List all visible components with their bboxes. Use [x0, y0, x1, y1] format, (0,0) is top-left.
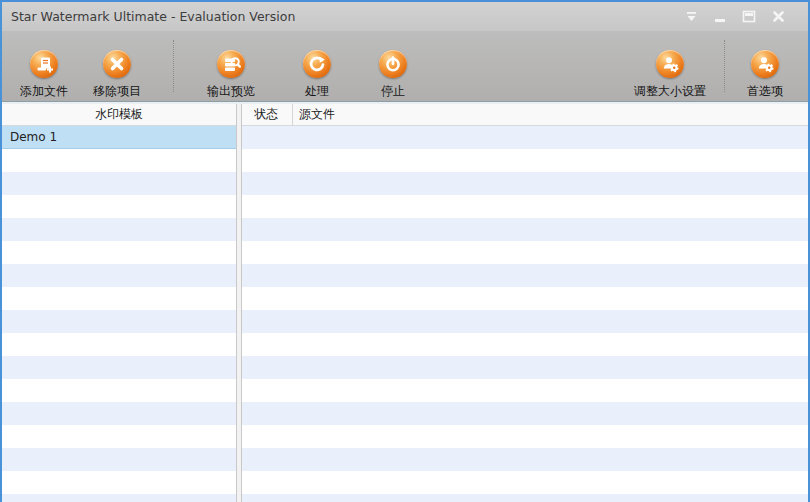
list-empty-row [242, 195, 808, 218]
resize-settings-button[interactable]: 调整大小设置 [626, 31, 714, 101]
column-header-source-file[interactable]: 源文件 [293, 104, 808, 126]
list-empty-row [242, 241, 808, 264]
preview-magnifier-icon [217, 50, 245, 78]
list-empty-row [2, 287, 236, 310]
list-empty-row [242, 402, 808, 425]
list-empty-row [2, 264, 236, 287]
output-preview-button[interactable]: 输出预览 [193, 31, 269, 101]
add-file-icon [30, 50, 58, 78]
window-title: Star Watermark Ultimate - Evaluation Ver… [2, 9, 295, 24]
list-empty-row [242, 264, 808, 287]
list-empty-row [242, 333, 808, 356]
source-files-list [242, 126, 808, 502]
list-empty-row [2, 149, 236, 172]
add-files-label: 添加文件 [20, 83, 68, 100]
remove-items-label: 移除项目 [93, 83, 141, 100]
toolbar-separator [173, 40, 174, 92]
title-bar: Star Watermark Ultimate - Evaluation Ver… [2, 2, 808, 31]
list-empty-row [242, 218, 808, 241]
list-empty-row [2, 333, 236, 356]
list-empty-row [242, 379, 808, 402]
list-empty-row [242, 310, 808, 333]
source-files-panel: 状态 源文件 [242, 104, 808, 502]
add-files-button[interactable]: 添加文件 [8, 31, 80, 101]
remove-x-icon [103, 50, 131, 78]
preferences-button[interactable]: 首选项 [733, 31, 797, 101]
list-empty-row [2, 195, 236, 218]
maximize-button[interactable] [741, 9, 757, 25]
list-empty-row [2, 448, 236, 471]
column-header-watermark-template[interactable]: 水印模板 [2, 104, 236, 126]
watermark-template-list: Demo 1 [2, 126, 236, 502]
list-empty-row [242, 471, 808, 494]
list-empty-row [2, 356, 236, 379]
user-gear-icon [751, 50, 779, 78]
stop-label: 停止 [381, 83, 405, 100]
list-empty-row [242, 126, 808, 149]
process-button[interactable]: 处理 [287, 31, 347, 101]
list-empty-row [2, 379, 236, 402]
column-header-status[interactable]: 状态 [242, 104, 293, 126]
list-empty-row [2, 471, 236, 494]
toolbar-separator [724, 40, 725, 92]
stop-power-icon [379, 50, 407, 78]
list-empty-row [2, 425, 236, 448]
list-empty-row [242, 448, 808, 471]
list-empty-row [242, 425, 808, 448]
app-window: Star Watermark Ultimate - Evaluation Ver… [0, 0, 810, 502]
list-empty-row [242, 287, 808, 310]
list-empty-row [2, 310, 236, 333]
list-empty-row [2, 494, 236, 502]
list-empty-row [2, 172, 236, 195]
chevron-down-icon[interactable] [683, 9, 699, 25]
content-area: 水印模板 Demo 1 状态 源文件 [2, 102, 808, 502]
user-gear-icon [656, 50, 684, 78]
list-empty-row [2, 218, 236, 241]
list-empty-row [2, 402, 236, 425]
process-refresh-icon [303, 50, 331, 78]
list-empty-row [242, 172, 808, 195]
preferences-label: 首选项 [747, 83, 783, 100]
window-controls [683, 2, 786, 31]
resize-settings-label: 调整大小设置 [634, 83, 706, 100]
minimize-button[interactable] [712, 9, 728, 25]
output-preview-label: 输出预览 [207, 83, 255, 100]
toolbar: 添加文件 移除项目 输出预览 [2, 31, 808, 102]
list-item[interactable]: Demo 1 [2, 126, 236, 149]
list-empty-row [242, 494, 808, 502]
file-list-header: 状态 源文件 [242, 104, 808, 126]
close-button[interactable] [770, 9, 786, 25]
list-empty-row [2, 241, 236, 264]
stop-button[interactable]: 停止 [363, 31, 423, 101]
list-empty-row [242, 356, 808, 379]
process-label: 处理 [305, 83, 329, 100]
remove-items-button[interactable]: 移除项目 [82, 31, 152, 101]
list-empty-row [242, 149, 808, 172]
watermark-template-panel: 水印模板 Demo 1 [2, 104, 236, 502]
